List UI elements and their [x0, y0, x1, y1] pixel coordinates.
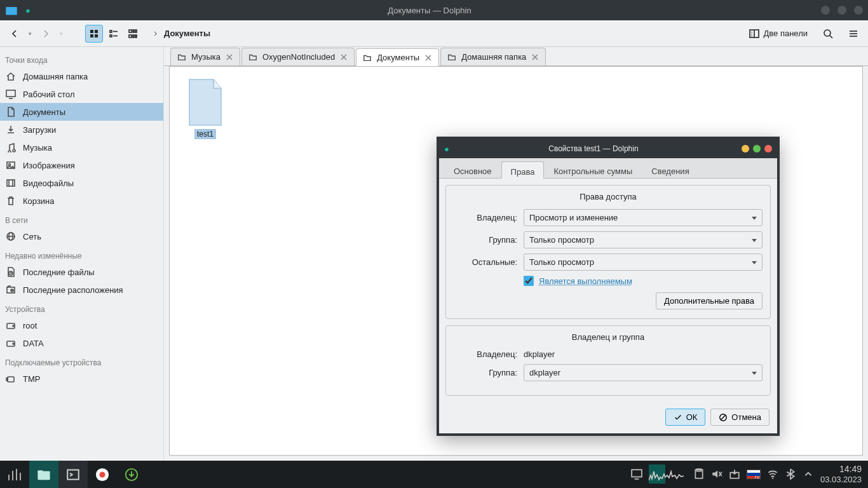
chevron-right-icon	[153, 30, 159, 37]
dialog-maximize-button[interactable]	[753, 145, 761, 152]
tray-volume-muted-icon[interactable]	[711, 468, 722, 480]
folder-icon	[447, 53, 456, 62]
sidebar-item-label: Загрузки	[23, 125, 158, 135]
sidebar-item-Рабочий стол[interactable]: Рабочий стол	[0, 85, 163, 103]
perm-others-select[interactable]: Только просмотр	[524, 254, 763, 271]
ok-button[interactable]: ОК	[665, 409, 706, 426]
dialog-minimize-button[interactable]	[742, 145, 749, 152]
dialog-titlebar[interactable]: ● Свойства test1 — Dolphin	[439, 139, 777, 158]
tray-chevron-up-icon[interactable]	[803, 468, 814, 480]
svg-rect-54	[37, 470, 43, 473]
taskbar: ru 14:49 03.03.2023	[0, 461, 868, 488]
tab-Домашняя папка[interactable]: Домашняя папка	[440, 48, 546, 65]
breadcrumb[interactable]: Документы	[146, 29, 741, 38]
tab-close-button[interactable]	[531, 53, 539, 61]
tray-clipboard-icon[interactable]	[693, 468, 705, 480]
svg-point-39	[13, 343, 14, 344]
advanced-permissions-button[interactable]: Дополнительные права	[656, 292, 763, 309]
tray-network-icon[interactable]	[767, 468, 778, 480]
pin-icon[interactable]: ●	[22, 4, 34, 17]
tab-label: Документы	[377, 53, 419, 62]
tab-close-button[interactable]	[340, 53, 348, 61]
app-launcher-button[interactable]	[0, 461, 29, 488]
svg-rect-1	[90, 30, 93, 33]
dialog-close-button[interactable]	[764, 145, 772, 152]
dialog-tab-Сведения[interactable]: Сведения	[642, 161, 698, 178]
cancel-button[interactable]: Отмена	[710, 409, 770, 426]
hamburger-menu-button[interactable]	[845, 25, 862, 42]
close-button[interactable]	[854, 6, 863, 15]
tray-clock[interactable]: 14:49 03.03.2023	[820, 464, 862, 484]
sidebar-item-label: Видеофайлы	[23, 179, 158, 188]
sidebar-item-Последние файлы[interactable]: Последние файлы	[0, 263, 163, 281]
nav-forward-button[interactable]	[37, 25, 54, 42]
window-title: Документы — Dolphin	[38, 6, 821, 15]
executable-label[interactable]: Является выполняемым	[539, 276, 632, 286]
sidebar-item-Корзина[interactable]: Корзина	[0, 192, 163, 210]
tab-label: Домашняя папка	[461, 52, 526, 62]
tray-keyboard-layout[interactable]: ru	[747, 470, 761, 479]
tray-sysmon[interactable]	[649, 464, 687, 484]
svg-line-19	[830, 36, 832, 38]
tab-close-button[interactable]	[424, 54, 432, 62]
sidebar-item-label: Последние расположения	[23, 285, 158, 295]
sidebar-item-label: Рабочий стол	[23, 90, 158, 99]
sidebar-item-root[interactable]: root	[0, 316, 163, 334]
taskbar-dolphin[interactable]	[29, 461, 58, 488]
own-group-label: Группа:	[454, 368, 517, 377]
nav-forward-menu[interactable]: ▾	[57, 27, 66, 40]
view-details-button[interactable]	[125, 25, 141, 42]
view-compact-button[interactable]	[105, 25, 122, 42]
tab-close-button[interactable]	[226, 53, 233, 61]
nav-back-button[interactable]	[6, 25, 23, 42]
sidebar-item-TMP[interactable]: TMP	[0, 370, 163, 388]
taskbar-downloads[interactable]	[117, 461, 146, 488]
tab-label: Музыка	[191, 52, 220, 62]
sidebar-item-Домашняя папка[interactable]: Домашняя папка	[0, 67, 163, 85]
taskbar-konsole[interactable]	[58, 461, 88, 488]
perm-owner-select[interactable]: Просмотр и изменение	[524, 209, 763, 226]
file-view[interactable]: test1 ● Свойства test1 — Dolphin Основно…	[169, 66, 863, 456]
dialog-tab-Основное[interactable]: Основное	[444, 161, 501, 178]
nav-back-menu[interactable]: ▾	[25, 27, 35, 40]
minimize-button[interactable]	[821, 6, 830, 15]
sidebar-section-header: Устройства	[0, 299, 163, 316]
tab-Документы[interactable]: Документы	[356, 48, 439, 66]
sidebar-item-Изображения[interactable]: Изображения	[0, 156, 163, 174]
svg-rect-9	[129, 30, 132, 32]
window-menu-icon[interactable]	[5, 4, 18, 17]
dialog-pin-icon[interactable]: ●	[444, 144, 449, 154]
trash-icon	[5, 195, 17, 207]
search-button[interactable]	[820, 25, 836, 42]
dialog-tab-Контрольные суммы[interactable]: Контрольные суммы	[544, 161, 642, 178]
svg-rect-5	[110, 30, 112, 32]
own-group-select[interactable]: dkplayer	[524, 364, 763, 381]
maximize-button[interactable]	[837, 6, 846, 15]
sidebar-item-Документы[interactable]: Документы	[0, 103, 163, 121]
executable-checkbox[interactable]	[524, 276, 534, 286]
dialog-tab-Права[interactable]: Права	[501, 161, 545, 179]
perm-group-select[interactable]: Только просмотр	[524, 231, 763, 248]
tab-OxygenNotIncluded[interactable]: OxygenNotIncluded	[241, 48, 355, 65]
sidebar-item-Музыка[interactable]: Музыка	[0, 139, 163, 156]
tray-desktop-icon[interactable]	[631, 468, 642, 480]
toolbar: ▾ ▾ Документы Две панели	[0, 20, 868, 47]
sidebar-item-Последние расположения[interactable]: Последние расположения	[0, 281, 163, 299]
view-icons-button[interactable]	[85, 25, 103, 43]
tray-updates-icon[interactable]	[729, 468, 740, 480]
sidebar-item-label: Сеть	[23, 232, 158, 241]
sidebar-item-Видеофайлы[interactable]: Видеофайлы	[0, 174, 163, 192]
taskbar-yandex[interactable]	[88, 461, 117, 488]
svg-rect-40	[8, 377, 14, 382]
tray-bluetooth-icon[interactable]	[785, 468, 796, 480]
video-icon	[5, 177, 17, 189]
sidebar-item-DATA[interactable]: DATA	[0, 334, 163, 352]
tab-Музыка[interactable]: Музыка	[170, 48, 240, 65]
sidebar-item-Сеть[interactable]: Сеть	[0, 227, 163, 245]
svg-rect-2	[95, 30, 98, 33]
sidebar-item-label: TMP	[23, 374, 158, 384]
sidebar-item-Загрузки[interactable]: Загрузки	[0, 121, 163, 139]
two-panels-button[interactable]: Две панели	[746, 25, 811, 42]
file-item-test1[interactable]: test1	[181, 78, 229, 139]
ownership-group: Владелец и группа Владелец: dkplayer Гру…	[445, 325, 771, 396]
